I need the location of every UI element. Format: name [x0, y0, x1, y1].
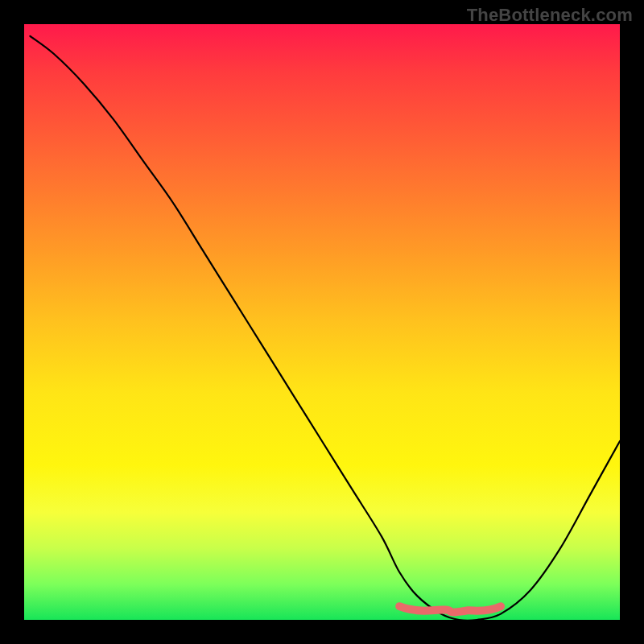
optimal-range-path	[399, 606, 501, 612]
curve-layer	[24, 24, 620, 620]
chart-frame: TheBottleneck.com	[0, 0, 644, 644]
plot-area	[24, 24, 620, 620]
bottleneck-curve-path	[30, 36, 620, 621]
watermark-text: TheBottleneck.com	[467, 5, 633, 26]
